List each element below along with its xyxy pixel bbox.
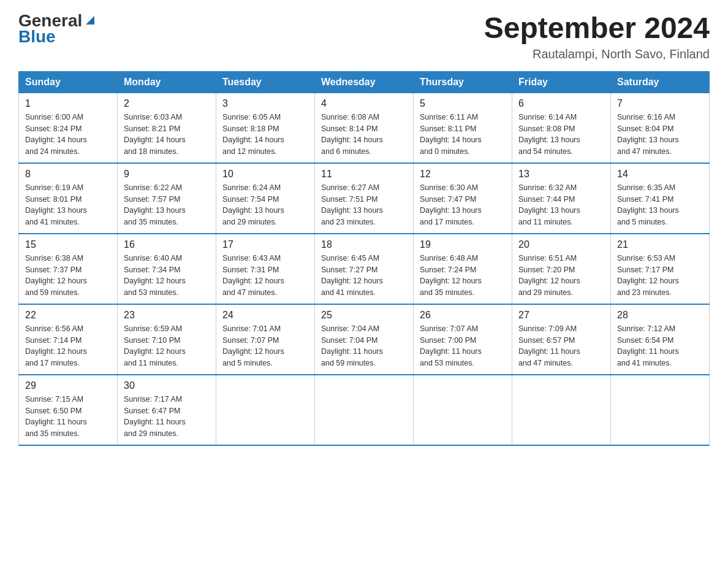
day-number: 8 [25, 169, 111, 180]
day-info: Sunrise: 6:03 AM Sunset: 8:21 PM Dayligh… [124, 112, 210, 158]
calendar-body: 1Sunrise: 6:00 AM Sunset: 8:24 PM Daylig… [19, 93, 710, 445]
day-info: Sunrise: 7:09 AM Sunset: 6:57 PM Dayligh… [518, 323, 604, 369]
day-info: Sunrise: 6:24 AM Sunset: 7:54 PM Dayligh… [222, 182, 308, 228]
day-number: 29 [25, 380, 111, 391]
day-number: 28 [617, 310, 703, 321]
day-number: 16 [124, 239, 210, 250]
header-row: SundayMondayTuesdayWednesdayThursdayFrid… [19, 71, 710, 93]
day-number: 7 [617, 98, 703, 109]
day-info: Sunrise: 6:45 AM Sunset: 7:27 PM Dayligh… [321, 253, 407, 299]
day-info: Sunrise: 6:48 AM Sunset: 7:24 PM Dayligh… [420, 253, 506, 299]
day-cell: 4Sunrise: 6:08 AM Sunset: 8:14 PM Daylig… [315, 93, 414, 163]
day-info: Sunrise: 6:27 AM Sunset: 7:51 PM Dayligh… [321, 182, 407, 228]
week-row-4: 22Sunrise: 6:56 AM Sunset: 7:14 PM Dayli… [19, 304, 710, 375]
week-row-5: 29Sunrise: 7:15 AM Sunset: 6:50 PM Dayli… [19, 375, 710, 445]
day-cell: 3Sunrise: 6:05 AM Sunset: 8:18 PM Daylig… [216, 93, 315, 163]
day-cell [315, 375, 414, 445]
day-cell: 6Sunrise: 6:14 AM Sunset: 8:08 PM Daylig… [512, 93, 611, 163]
day-number: 5 [420, 98, 506, 109]
day-number: 4 [321, 98, 407, 109]
day-info: Sunrise: 6:19 AM Sunset: 8:01 PM Dayligh… [25, 182, 111, 228]
header-cell-wednesday: Wednesday [315, 71, 414, 93]
day-cell [216, 375, 315, 445]
week-row-1: 1Sunrise: 6:00 AM Sunset: 8:24 PM Daylig… [19, 93, 710, 163]
day-info: Sunrise: 6:53 AM Sunset: 7:17 PM Dayligh… [617, 253, 703, 299]
day-cell: 28Sunrise: 7:12 AM Sunset: 6:54 PM Dayli… [611, 304, 710, 375]
day-info: Sunrise: 6:51 AM Sunset: 7:20 PM Dayligh… [518, 253, 604, 299]
logo-triangle-icon [83, 13, 97, 27]
day-cell: 1Sunrise: 6:00 AM Sunset: 8:24 PM Daylig… [19, 93, 118, 163]
logo-blue-text: Blue [18, 28, 56, 45]
day-number: 6 [518, 98, 604, 109]
day-number: 10 [222, 169, 308, 180]
day-cell: 21Sunrise: 6:53 AM Sunset: 7:17 PM Dayli… [611, 234, 710, 304]
day-cell: 22Sunrise: 6:56 AM Sunset: 7:14 PM Dayli… [19, 304, 118, 375]
day-info: Sunrise: 6:35 AM Sunset: 7:41 PM Dayligh… [617, 182, 703, 228]
day-info: Sunrise: 7:04 AM Sunset: 7:04 PM Dayligh… [321, 323, 407, 369]
day-cell [611, 375, 710, 445]
day-info: Sunrise: 7:01 AM Sunset: 7:07 PM Dayligh… [222, 323, 308, 369]
day-cell: 19Sunrise: 6:48 AM Sunset: 7:24 PM Dayli… [414, 234, 512, 304]
page-header: General Blue September 2024 Rautalampi, … [18, 12, 710, 61]
day-cell: 9Sunrise: 6:22 AM Sunset: 7:57 PM Daylig… [118, 163, 216, 234]
day-cell: 17Sunrise: 6:43 AM Sunset: 7:31 PM Dayli… [216, 234, 315, 304]
day-number: 14 [617, 169, 703, 180]
day-cell: 12Sunrise: 6:30 AM Sunset: 7:47 PM Dayli… [414, 163, 512, 234]
day-cell [414, 375, 512, 445]
day-info: Sunrise: 6:38 AM Sunset: 7:37 PM Dayligh… [25, 253, 111, 299]
day-number: 26 [420, 310, 506, 321]
header-cell-thursday: Thursday [414, 71, 512, 93]
day-info: Sunrise: 6:00 AM Sunset: 8:24 PM Dayligh… [25, 112, 111, 158]
day-number: 19 [420, 239, 506, 250]
day-info: Sunrise: 7:12 AM Sunset: 6:54 PM Dayligh… [617, 323, 703, 369]
day-number: 20 [518, 239, 604, 250]
day-number: 1 [25, 98, 111, 109]
day-cell: 25Sunrise: 7:04 AM Sunset: 7:04 PM Dayli… [315, 304, 414, 375]
day-cell: 16Sunrise: 6:40 AM Sunset: 7:34 PM Dayli… [118, 234, 216, 304]
day-number: 12 [420, 169, 506, 180]
day-info: Sunrise: 6:56 AM Sunset: 7:14 PM Dayligh… [25, 323, 111, 369]
header-cell-saturday: Saturday [611, 71, 710, 93]
day-cell: 30Sunrise: 7:17 AM Sunset: 6:47 PM Dayli… [118, 375, 216, 445]
day-number: 25 [321, 310, 407, 321]
day-cell: 2Sunrise: 6:03 AM Sunset: 8:21 PM Daylig… [118, 93, 216, 163]
day-cell: 24Sunrise: 7:01 AM Sunset: 7:07 PM Dayli… [216, 304, 315, 375]
day-number: 13 [518, 169, 604, 180]
day-cell: 7Sunrise: 6:16 AM Sunset: 8:04 PM Daylig… [611, 93, 710, 163]
day-info: Sunrise: 6:14 AM Sunset: 8:08 PM Dayligh… [518, 112, 604, 158]
day-number: 22 [25, 310, 111, 321]
day-info: Sunrise: 6:59 AM Sunset: 7:10 PM Dayligh… [124, 323, 210, 369]
title-section: September 2024 Rautalampi, North Savo, F… [484, 12, 710, 61]
week-row-3: 15Sunrise: 6:38 AM Sunset: 7:37 PM Dayli… [19, 234, 710, 304]
day-info: Sunrise: 6:05 AM Sunset: 8:18 PM Dayligh… [222, 112, 308, 158]
day-info: Sunrise: 6:11 AM Sunset: 8:11 PM Dayligh… [420, 112, 506, 158]
day-cell: 10Sunrise: 6:24 AM Sunset: 7:54 PM Dayli… [216, 163, 315, 234]
day-number: 3 [222, 98, 308, 109]
day-cell: 23Sunrise: 6:59 AM Sunset: 7:10 PM Dayli… [118, 304, 216, 375]
calendar-table: SundayMondayTuesdayWednesdayThursdayFrid… [18, 71, 710, 446]
day-number: 23 [124, 310, 210, 321]
day-cell: 29Sunrise: 7:15 AM Sunset: 6:50 PM Dayli… [19, 375, 118, 445]
day-info: Sunrise: 7:07 AM Sunset: 7:00 PM Dayligh… [420, 323, 506, 369]
day-cell: 11Sunrise: 6:27 AM Sunset: 7:51 PM Dayli… [315, 163, 414, 234]
month-title: September 2024 [484, 12, 710, 45]
day-cell: 5Sunrise: 6:11 AM Sunset: 8:11 PM Daylig… [414, 93, 512, 163]
day-info: Sunrise: 6:30 AM Sunset: 7:47 PM Dayligh… [420, 182, 506, 228]
location-text: Rautalampi, North Savo, Finland [484, 47, 710, 61]
day-number: 27 [518, 310, 604, 321]
day-info: Sunrise: 6:16 AM Sunset: 8:04 PM Dayligh… [617, 112, 703, 158]
day-number: 11 [321, 169, 407, 180]
day-number: 21 [617, 239, 703, 250]
header-cell-monday: Monday [118, 71, 216, 93]
day-cell [512, 375, 611, 445]
week-row-2: 8Sunrise: 6:19 AM Sunset: 8:01 PM Daylig… [19, 163, 710, 234]
day-cell: 18Sunrise: 6:45 AM Sunset: 7:27 PM Dayli… [315, 234, 414, 304]
day-cell: 14Sunrise: 6:35 AM Sunset: 7:41 PM Dayli… [611, 163, 710, 234]
day-number: 18 [321, 239, 407, 250]
day-cell: 8Sunrise: 6:19 AM Sunset: 8:01 PM Daylig… [19, 163, 118, 234]
day-info: Sunrise: 7:17 AM Sunset: 6:47 PM Dayligh… [124, 394, 210, 440]
day-cell: 20Sunrise: 6:51 AM Sunset: 7:20 PM Dayli… [512, 234, 611, 304]
day-cell: 26Sunrise: 7:07 AM Sunset: 7:00 PM Dayli… [414, 304, 512, 375]
day-number: 2 [124, 98, 210, 109]
day-cell: 27Sunrise: 7:09 AM Sunset: 6:57 PM Dayli… [512, 304, 611, 375]
